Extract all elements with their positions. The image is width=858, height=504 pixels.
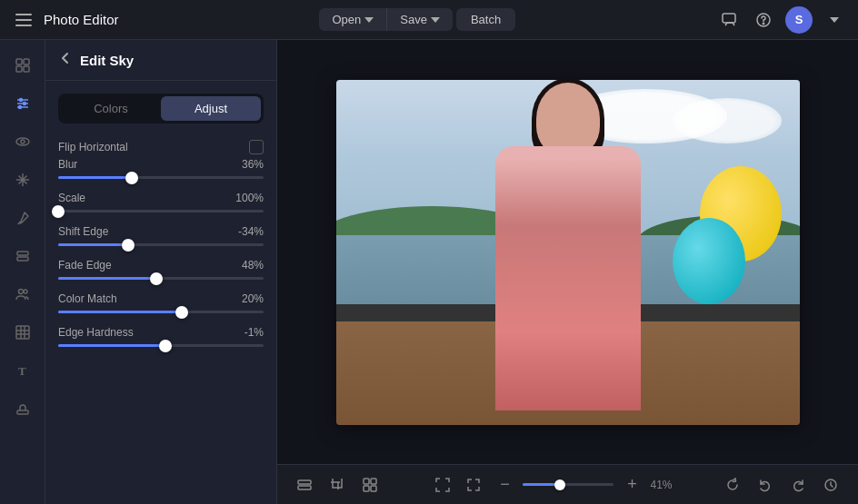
menu-icon[interactable] — [11, 7, 36, 33]
tab-adjust[interactable]: Adjust — [161, 96, 261, 121]
svg-rect-1 — [15, 19, 32, 21]
undo-icon[interactable] — [753, 472, 778, 498]
svg-rect-34 — [371, 486, 376, 491]
panel: Edit Sky Colors Adjust Flip Horizontal B… — [45, 40, 277, 504]
topbar-right: S — [716, 6, 847, 34]
bottombar-right — [720, 472, 843, 498]
redo-icon[interactable] — [785, 472, 811, 498]
svg-point-13 — [23, 103, 25, 105]
bottombar: − + 41% — [277, 464, 858, 504]
scale-value: 100% — [235, 192, 264, 204]
svg-rect-18 — [17, 252, 28, 255]
svg-point-21 — [24, 290, 27, 293]
sidebar-icon-stamp[interactable] — [6, 392, 39, 425]
bottombar-left — [292, 472, 383, 498]
shift-edge-value: -34% — [238, 225, 264, 238]
photo-image — [336, 80, 800, 425]
zoom-slider[interactable] — [523, 483, 614, 486]
refresh-icon[interactable] — [720, 472, 745, 498]
layers-bottom-icon[interactable] — [292, 472, 317, 498]
color-match-slider[interactable] — [58, 311, 264, 313]
svg-rect-32 — [371, 479, 376, 484]
sidebar-icon-grid2[interactable] — [6, 316, 39, 349]
zoom-out-icon[interactable]: − — [492, 472, 517, 498]
shift-edge-control: Shift Edge -34% — [58, 225, 264, 246]
tab-group: Colors Adjust — [58, 94, 264, 124]
svg-rect-2 — [15, 25, 32, 26]
open-save-group: Open Save — [319, 8, 452, 31]
fit-screen-icon[interactable] — [430, 472, 455, 498]
blur-control: Blur 36% — [58, 158, 264, 179]
app-title: Photo Editor — [44, 12, 119, 27]
bottombar-center: − + 41% — [430, 472, 672, 498]
svg-rect-28 — [17, 410, 28, 414]
sidebar-icon-brush[interactable] — [6, 202, 39, 234]
panel-body: Colors Adjust Flip Horizontal Blur 36% — [45, 81, 276, 504]
sidebar-icon-grid[interactable] — [6, 49, 39, 82]
color-match-value: 20% — [242, 292, 264, 305]
message-icon[interactable] — [716, 7, 742, 33]
edge-hardness-slider[interactable] — [58, 344, 264, 347]
color-match-label: Color Match — [58, 292, 117, 305]
main: T Edit Sky Colors Adjust — [0, 40, 858, 504]
svg-rect-9 — [24, 66, 29, 72]
blur-row: Blur 36% — [58, 158, 264, 171]
svg-point-15 — [18, 106, 21, 109]
grid-bottom-icon[interactable] — [357, 472, 383, 498]
color-match-row: Color Match 20% — [58, 292, 264, 305]
fade-edge-control: Fade Edge 48% — [58, 259, 264, 280]
svg-rect-3 — [723, 14, 735, 23]
svg-rect-31 — [364, 479, 369, 484]
svg-rect-7 — [24, 59, 29, 64]
canvas-inner — [277, 40, 858, 464]
blur-slider[interactable] — [58, 176, 264, 179]
crop-icon[interactable] — [324, 472, 350, 498]
scale-slider[interactable] — [58, 210, 264, 212]
sidebar-icon-sliders[interactable] — [6, 87, 39, 120]
blur-label: Blur — [58, 158, 77, 171]
icon-sidebar: T — [0, 40, 45, 504]
sidebar-icon-eye[interactable] — [6, 125, 39, 158]
edge-hardness-value: -1% — [244, 326, 264, 339]
edge-hardness-label: Edge Hardness — [58, 326, 134, 339]
color-match-control: Color Match 20% — [58, 292, 264, 313]
batch-button[interactable]: Batch — [456, 8, 515, 31]
fade-edge-slider[interactable] — [58, 277, 264, 280]
edge-hardness-control: Edge Hardness -1% — [58, 326, 264, 347]
fullscreen-icon[interactable] — [461, 472, 486, 498]
flip-horizontal-label: Flip Horizontal — [58, 141, 128, 153]
photo-frame — [336, 80, 800, 425]
zoom-in-icon[interactable]: + — [619, 472, 644, 498]
tab-colors[interactable]: Colors — [61, 96, 161, 121]
fade-edge-value: 48% — [242, 259, 264, 272]
svg-rect-8 — [16, 66, 22, 72]
svg-point-11 — [19, 99, 22, 102]
sidebar-icon-people[interactable] — [6, 278, 39, 311]
sidebar-icon-sparkle[interactable] — [6, 163, 39, 196]
sidebar-icon-text[interactable]: T — [6, 354, 39, 387]
svg-rect-22 — [16, 326, 29, 339]
help-icon[interactable] — [751, 7, 776, 33]
back-button[interactable] — [58, 51, 73, 69]
history-icon[interactable] — [818, 472, 843, 498]
scale-row: Scale 100% — [58, 192, 264, 204]
blur-value: 36% — [242, 158, 264, 171]
open-button[interactable]: Open — [319, 8, 387, 31]
svg-rect-30 — [298, 486, 311, 489]
avatar[interactable]: S — [785, 6, 813, 34]
svg-point-5 — [763, 23, 763, 24]
svg-rect-33 — [364, 486, 369, 491]
zoom-label: 41% — [650, 479, 672, 491]
svg-point-17 — [21, 140, 25, 143]
topbar: Photo Editor Open Save Batch — [0, 0, 858, 40]
panel-title: Edit Sky — [80, 53, 134, 68]
sidebar-icon-layers[interactable] — [6, 240, 39, 272]
scale-label: Scale — [58, 192, 85, 204]
shift-edge-slider[interactable] — [58, 243, 264, 246]
flip-horizontal-checkbox[interactable] — [249, 140, 264, 154]
svg-rect-29 — [298, 480, 311, 484]
svg-rect-19 — [17, 257, 28, 261]
save-button[interactable]: Save — [387, 8, 453, 31]
panel-header: Edit Sky — [45, 40, 276, 81]
dropdown-icon[interactable] — [822, 7, 847, 33]
